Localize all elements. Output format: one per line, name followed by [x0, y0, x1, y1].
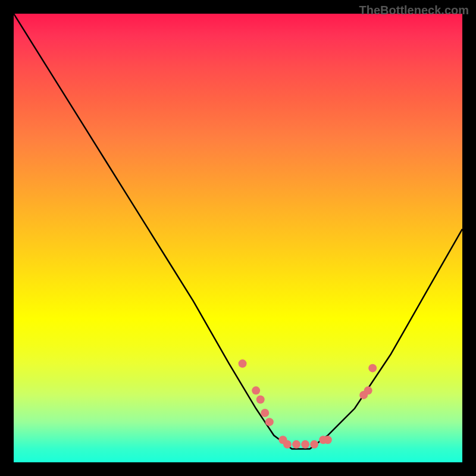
- chart-svg: [14, 14, 462, 462]
- data-point: [368, 364, 377, 372]
- data-point: [252, 386, 260, 394]
- data-point: [364, 386, 372, 394]
- watermark-text: TheBottleneck.com: [359, 4, 469, 17]
- data-point: [265, 418, 274, 426]
- scatter-points-group: [239, 359, 377, 449]
- data-point: [283, 440, 292, 449]
- data-point: [301, 440, 309, 449]
- bottleneck-curve: [14, 14, 462, 449]
- data-point: [261, 409, 269, 417]
- data-point: [256, 395, 265, 403]
- chart-plot-area: [14, 14, 462, 462]
- data-point: [292, 440, 300, 449]
- data-point: [310, 440, 318, 449]
- data-point: [239, 359, 247, 368]
- data-point: [324, 436, 332, 444]
